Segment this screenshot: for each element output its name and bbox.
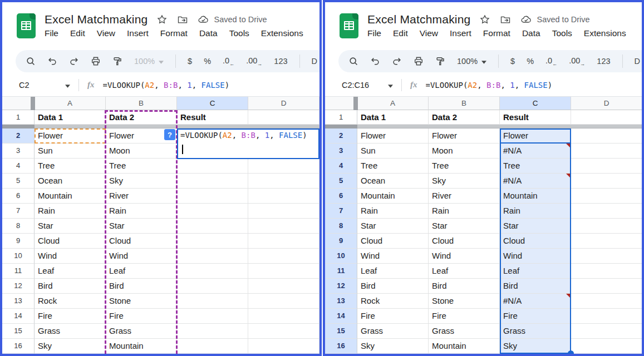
cell-a3[interactable]: Sun <box>35 144 106 159</box>
cell-c8[interactable]: Star <box>500 219 571 234</box>
cell-c9[interactable]: Cloud <box>500 234 571 249</box>
chevron-down-icon[interactable] <box>65 81 70 90</box>
format-currency-button[interactable]: $ <box>510 57 515 66</box>
cell-b2[interactable]: Flower <box>429 128 500 144</box>
cell-d13[interactable] <box>571 294 642 309</box>
cell-d13[interactable] <box>248 294 319 309</box>
row-header-7[interactable]: 7 <box>2 204 35 219</box>
menu-edit[interactable]: Edit <box>393 28 408 38</box>
cell-b14[interactable]: Fire <box>429 309 500 324</box>
row-header-16[interactable]: 16 <box>2 339 35 354</box>
google-sheets-logo[interactable] <box>340 13 358 38</box>
row-header-10[interactable]: 10 <box>325 249 357 264</box>
search-icon[interactable] <box>26 56 36 66</box>
cell-a7[interactable]: Rain <box>357 204 429 219</box>
row-header-9[interactable]: 9 <box>325 234 357 249</box>
cell-a6[interactable]: Mountain <box>35 189 106 204</box>
cell-c7[interactable] <box>177 204 248 219</box>
cell-c12[interactable] <box>177 279 248 294</box>
row-header-1[interactable]: 1 <box>2 110 35 125</box>
cell-b5[interactable]: Sky <box>429 174 500 189</box>
cell-d7[interactable] <box>248 204 319 219</box>
fill-handle[interactable] <box>568 350 574 354</box>
cell-c9[interactable] <box>177 234 248 249</box>
cell-b8[interactable]: Star <box>429 219 500 234</box>
cell-b5[interactable]: Sky <box>106 174 177 189</box>
document-title[interactable]: Excel Matchmaking <box>45 13 148 26</box>
cell-a13[interactable]: Rock <box>35 294 106 309</box>
cell-a12[interactable]: Bird <box>35 279 106 294</box>
cell-b12[interactable]: Bird <box>429 279 500 294</box>
menu-tools[interactable]: Tools <box>552 28 572 38</box>
cell-a5[interactable]: Ocean <box>357 174 429 189</box>
column-header-d[interactable]: D <box>571 97 642 110</box>
cell-a6[interactable]: Mountain <box>357 189 429 204</box>
cell-a3[interactable]: Sun <box>357 144 429 159</box>
freeze-column-handle[interactable] <box>31 97 35 110</box>
cell-a16[interactable]: Sky <box>357 339 429 354</box>
cell-d9[interactable] <box>248 234 319 249</box>
cell-b3[interactable]: Moon <box>106 144 177 159</box>
print-icon[interactable] <box>414 56 424 66</box>
cell-header[interactable]: Result <box>500 110 571 125</box>
cell-a12[interactable]: Bird <box>357 279 429 294</box>
save-status[interactable]: Saved to Drive <box>520 13 589 26</box>
row-header-8[interactable]: 8 <box>2 219 35 234</box>
cell-header[interactable] <box>571 110 642 125</box>
cell-b13[interactable]: Stone <box>429 294 500 309</box>
menu-insert[interactable]: Insert <box>450 28 471 38</box>
cell-header[interactable]: Data 2 <box>106 110 177 125</box>
cell-d5[interactable] <box>571 174 642 189</box>
cell-c6[interactable] <box>177 189 248 204</box>
row-header-9[interactable]: 9 <box>2 234 35 249</box>
cell-b16[interactable]: Mountain <box>106 339 177 354</box>
row-header-4[interactable]: 4 <box>2 159 35 174</box>
cell-d15[interactable] <box>248 324 319 339</box>
undo-icon[interactable] <box>370 56 380 66</box>
cell-a2[interactable]: Flower <box>357 128 429 144</box>
cell-c12[interactable]: Bird <box>500 279 571 294</box>
cell-c5[interactable] <box>177 174 248 189</box>
cell-c11[interactable] <box>177 264 248 279</box>
row-header-13[interactable]: 13 <box>325 294 357 309</box>
cell-a14[interactable]: Fire <box>35 309 106 324</box>
row-header-7[interactable]: 7 <box>325 204 357 219</box>
row-header-10[interactable]: 10 <box>2 249 35 264</box>
cell-header[interactable]: Data 1 <box>35 110 106 125</box>
cell-d12[interactable] <box>571 279 642 294</box>
cell-c15[interactable] <box>177 324 248 339</box>
cell-c10[interactable] <box>177 249 248 264</box>
cell-a2[interactable]: Flower <box>35 128 106 144</box>
select-all-corner[interactable] <box>2 97 35 110</box>
cell-a8[interactable]: Star <box>357 219 429 234</box>
column-header-a[interactable]: A <box>357 97 429 110</box>
font-select-truncated[interactable]: D <box>312 57 317 66</box>
row-header-2[interactable]: 2 <box>2 128 35 144</box>
zoom-control[interactable]: 100% <box>134 57 164 66</box>
cell-b10[interactable]: Wind <box>106 249 177 264</box>
star-icon[interactable] <box>479 13 491 26</box>
cell-c8[interactable] <box>177 219 248 234</box>
cell-b9[interactable]: Cloud <box>106 234 177 249</box>
cell-a15[interactable]: Grass <box>35 324 106 339</box>
cell-b11[interactable]: Leaf <box>429 264 500 279</box>
cell-a8[interactable]: Star <box>35 219 106 234</box>
cell-d11[interactable] <box>571 264 642 279</box>
cell-d5[interactable] <box>248 174 319 189</box>
zoom-control[interactable]: 100% <box>457 57 486 66</box>
cell-b8[interactable]: Star <box>106 219 177 234</box>
formula-text[interactable]: =VLOOKUP(A2, B:B, 1, FALSE) <box>426 81 553 90</box>
row-header-6[interactable]: 6 <box>325 189 357 204</box>
print-icon[interactable] <box>91 56 101 66</box>
column-header-b[interactable]: B <box>429 97 500 110</box>
font-select-truncated[interactable]: D <box>635 57 640 66</box>
select-all-corner[interactable] <box>325 97 357 110</box>
formula-help-badge[interactable]: ? <box>164 129 175 140</box>
cell-b11[interactable]: Leaf <box>106 264 177 279</box>
cell-c16[interactable]: Sky <box>500 339 571 354</box>
cell-c7[interactable]: Rain <box>500 204 571 219</box>
menu-extensions[interactable]: Extensions <box>261 28 303 38</box>
row-header-16[interactable]: 16 <box>325 339 357 354</box>
cell-c13[interactable]: #N/A <box>500 294 571 309</box>
increase-decimal-button[interactable]: .00→ <box>246 56 262 67</box>
